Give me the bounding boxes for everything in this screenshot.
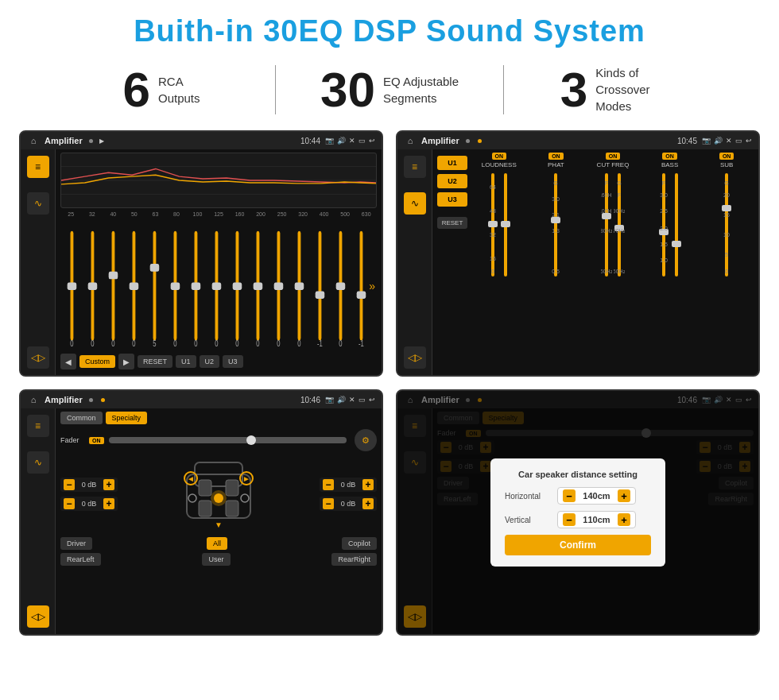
fader-side-vol[interactable]: ◁▷	[27, 605, 49, 628]
bass-slider1[interactable]: F 3.0 2.5 2.0 1.5 1.0	[658, 173, 669, 277]
settings-icon[interactable]: ⚙	[355, 429, 377, 451]
eq-next-btn[interactable]: ▶	[118, 354, 134, 369]
dialog-horizontal-plus[interactable]: +	[618, 489, 630, 502]
eq-custom-btn[interactable]: Custom	[79, 355, 115, 368]
svg-text:G: G	[724, 180, 728, 186]
crossover-side-wave[interactable]: ∿	[404, 192, 426, 215]
camera-icon-3: 📷	[325, 396, 334, 404]
tab-specialty[interactable]: Specialty	[106, 412, 148, 424]
db-plus-fr[interactable]: +	[362, 479, 374, 490]
db-minus-fr[interactable]: −	[323, 479, 334, 490]
fader-on-toggle[interactable]: ON	[89, 437, 104, 444]
svg-text:160Hz: 160Hz	[601, 192, 612, 198]
crossover-content: ≡ ∿ ◁▷ U1 U2 U3 RESET ON LOUDNESS	[397, 149, 758, 375]
db-minus-fl[interactable]: −	[64, 479, 75, 490]
svg-text:1.3: 1.3	[552, 228, 560, 234]
dialog-vertical-minus[interactable]: −	[563, 513, 576, 526]
user-btn[interactable]: User	[202, 553, 230, 566]
preset-u2-btn[interactable]: U2	[437, 174, 467, 188]
svg-text:F: F	[605, 180, 608, 186]
back-icon-2[interactable]: ↩	[746, 137, 752, 145]
fader-side-eq[interactable]: ≡	[27, 415, 49, 437]
eq-btn-active[interactable]: ≡	[27, 156, 49, 178]
svg-point-110	[241, 494, 249, 502]
fader-side-wave[interactable]: ∿	[27, 451, 49, 474]
fader-h-slider[interactable]	[109, 437, 347, 443]
loudness-slider[interactable]: 64 48 32 16 0	[487, 173, 498, 277]
eq-u1-btn[interactable]: U1	[176, 355, 196, 368]
eq-reset-btn[interactable]: RESET	[138, 355, 172, 368]
freq-25: 25	[60, 211, 82, 217]
eq-btn-vol[interactable]: ◁▷	[27, 346, 49, 369]
col-phat: ON PHAT G 3.0 2.1 1.3 0.5	[529, 153, 583, 280]
back-icon[interactable]: ↩	[369, 137, 375, 145]
freq-40: 40	[103, 211, 124, 217]
preset-u3-btn[interactable]: U3	[437, 192, 467, 207]
dialog-vertical-plus[interactable]: +	[618, 513, 630, 526]
bass-slider2[interactable]	[671, 173, 682, 277]
rearright-btn[interactable]: RearRight	[331, 553, 377, 566]
db-plus-fl[interactable]: +	[103, 479, 114, 490]
stat-eq: 30 EQ AdjustableSegments	[276, 65, 504, 114]
freq-80: 80	[166, 211, 188, 217]
expand-icon[interactable]: »	[369, 280, 375, 292]
svg-text:0: 0	[132, 338, 135, 349]
battery-icon-2: ▭	[735, 137, 742, 145]
loudness-slider2[interactable]	[500, 173, 511, 277]
phat-slider[interactable]: G 3.0 2.1 1.3 0.5	[550, 173, 561, 277]
dialog-horizontal-minus[interactable]: −	[563, 489, 576, 502]
on-bass: ON	[662, 153, 677, 160]
fader-row: Fader ON ⚙	[60, 429, 377, 451]
home-icon-3[interactable]: ⌂	[27, 393, 40, 406]
svg-rect-107	[199, 501, 211, 516]
db-control-fl: − 0 dB +	[60, 478, 118, 492]
svg-text:2.0: 2.0	[660, 226, 668, 231]
volume-icon-2: 🔊	[714, 137, 723, 145]
eq-u3-btn[interactable]: U3	[223, 355, 243, 368]
on-loudness: ON	[492, 153, 507, 160]
rearleft-btn[interactable]: RearLeft	[60, 553, 101, 566]
svg-rect-106	[226, 480, 238, 496]
preset-u1-btn[interactable]: U1	[437, 156, 467, 170]
eq-prev-btn[interactable]: ◀	[60, 354, 76, 369]
cutfreq-slider1[interactable]: F 160Hz 100Hz 80Hz 60Hz	[601, 173, 612, 277]
driver-btn[interactable]: Driver	[60, 537, 92, 550]
eq-u2-btn[interactable]: U2	[200, 355, 220, 368]
svg-text:0: 0	[111, 338, 114, 349]
freq-500: 500	[335, 211, 356, 217]
crossover-presets: U1 U2 U3 RESET	[437, 153, 467, 372]
svg-point-104	[214, 493, 223, 503]
tab-common[interactable]: Common	[60, 412, 103, 424]
dialog-vertical-control: − 110cm +	[557, 511, 636, 528]
crossover-screen: ⌂ Amplifier 10:45 📷 🔊 ✕ ▭ ↩ ≡ ∿ ◁▷ U1	[396, 130, 760, 377]
db-minus-rl[interactable]: −	[64, 498, 75, 509]
preset-reset-btn[interactable]: RESET	[437, 217, 467, 229]
back-icon-3[interactable]: ↩	[369, 396, 375, 404]
x-icon-3: ✕	[349, 396, 355, 404]
db-plus-rl[interactable]: +	[103, 498, 114, 509]
db-plus-rr[interactable]: +	[362, 498, 374, 509]
play-icon[interactable]: ▶	[99, 137, 104, 145]
confirm-button[interactable]: Confirm	[505, 535, 651, 555]
svg-text:3.0: 3.0	[552, 196, 560, 202]
svg-text:0: 0	[277, 338, 280, 349]
copilot-btn[interactable]: Copilot	[342, 537, 377, 550]
col-bass: ON BASS F 3.0 2.5 2.0 1.5	[643, 153, 697, 277]
svg-text:0: 0	[725, 269, 728, 274]
svg-text:0: 0	[256, 338, 259, 349]
freq-320: 320	[293, 211, 314, 217]
home-icon-2[interactable]: ⌂	[404, 134, 417, 147]
svg-rect-32	[360, 231, 363, 341]
crossover-side-vol[interactable]: ◁▷	[404, 346, 426, 369]
eq-graph	[60, 153, 377, 208]
eq-btn-wave[interactable]: ∿	[27, 192, 49, 215]
svg-text:0.5: 0.5	[552, 269, 560, 274]
cutfreq-slider2[interactable]: G F 90Hz 70Hz 60Hz	[614, 173, 625, 277]
sub-slider[interactable]: G 20 15 10 5 0	[721, 173, 732, 277]
bottom-btn-row-2: RearLeft User RearRight	[60, 553, 377, 566]
home-icon[interactable]: ⌂	[27, 134, 40, 147]
db-minus-rr[interactable]: −	[323, 498, 334, 509]
svg-rect-57	[501, 221, 510, 227]
all-btn[interactable]: All	[207, 537, 227, 550]
crossover-side-eq[interactable]: ≡	[404, 156, 426, 178]
